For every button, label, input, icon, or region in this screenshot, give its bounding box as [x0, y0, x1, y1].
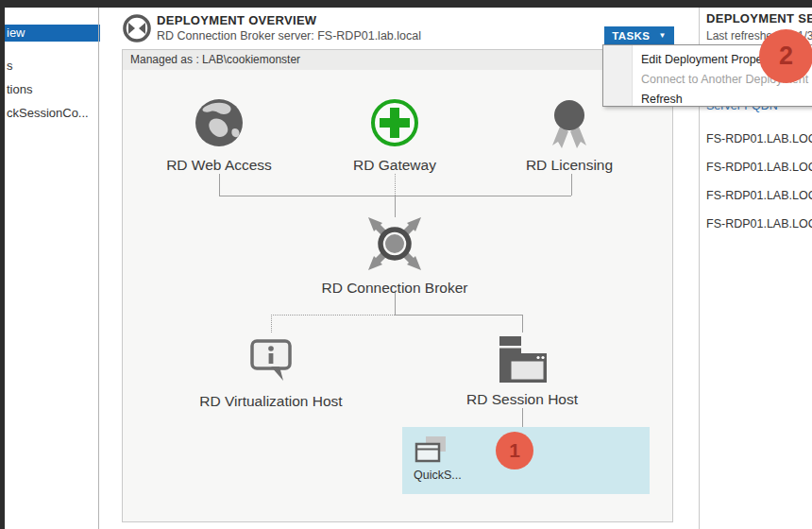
annotation-number: 2 [779, 42, 793, 71]
server-row[interactable]: FS-RDP01.LAB.LOCAL [706, 189, 812, 202]
windows-collection-icon [414, 435, 451, 469]
server-manager-window: iew s tions ckSessionCo... DEPLOYMENT OV… [0, 0, 812, 529]
sidebar-item-overview[interactable]: iew [5, 25, 100, 42]
annotation-number: 1 [509, 439, 520, 462]
managed-as-bar: Managed as : LAB\cookiemonster [123, 50, 672, 70]
sidebar-item-servers[interactable]: s [5, 58, 100, 75]
sidebar-item-label: iew [7, 26, 25, 40]
node-rd-connection-broker[interactable]: RD Connection Broker [310, 215, 480, 297]
connector-line [395, 196, 396, 217]
node-rd-web-access[interactable]: RD Web Access [144, 96, 295, 174]
menu-icon-gutter [603, 45, 633, 106]
node-label: RD Gateway [319, 157, 470, 174]
page-subtitle: RD Connection Broker server: FS-RDP01.la… [157, 29, 421, 43]
collection-label: QuickS... [414, 469, 462, 482]
globe-icon [193, 96, 245, 149]
annotation-step-2: 2 [759, 29, 812, 83]
node-label: RD Session Host [447, 391, 598, 408]
sidebar-item-label: s [7, 59, 13, 73]
node-label: RD Licensing [494, 157, 645, 174]
page-title: DEPLOYMENT OVERVIEW [157, 13, 316, 27]
node-rd-gateway[interactable]: RD Gateway [319, 96, 470, 174]
server-row[interactable]: FS-RDP01.LAB.LOCAL [706, 217, 812, 230]
deployment-servers-title: DEPLOYMENT SERVERS [706, 11, 812, 26]
sidebar-item-label: ckSessionCo... [7, 106, 89, 120]
server-row[interactable]: FS-RDP01.LAB.LOCAL [706, 132, 812, 145]
server-row[interactable]: FS-RDP01.LAB.LOCAL [706, 161, 812, 174]
annotation-step-1: 1 [496, 432, 533, 469]
node-label: RD Web Access [144, 157, 295, 174]
info-bubble-icon [245, 333, 297, 385]
window-top-bar [0, 0, 812, 8]
chevron-down-icon: ▼ [658, 31, 666, 40]
connector-line [522, 408, 523, 427]
node-rd-virtualization-host[interactable]: RD Virtualization Host [186, 333, 356, 410]
session-host-icon [496, 331, 549, 384]
menu-item-refresh[interactable]: Refresh [633, 90, 812, 110]
node-label: RD Connection Broker [310, 280, 480, 297]
connector-line [395, 315, 522, 316]
sidebar: iew s tions ckSessionCo... [5, 8, 98, 529]
connection-broker-icon [366, 215, 423, 272]
connector-line [271, 315, 272, 333]
sidebar-divider [98, 8, 99, 529]
sidebar-item-collections[interactable]: tions [5, 81, 100, 98]
node-rd-licensing[interactable]: RD Licensing [494, 96, 645, 174]
tasks-button[interactable]: TASKS ▼ [604, 26, 674, 44]
deployment-overview-icon [121, 12, 153, 48]
add-gateway-icon [368, 96, 421, 149]
node-rd-session-host[interactable]: RD Session Host [447, 331, 598, 408]
ribbon-award-icon [543, 96, 596, 149]
sidebar-item-label: tions [7, 82, 32, 96]
connector-line [571, 174, 572, 196]
tasks-button-label: TASKS [612, 30, 650, 42]
sidebar-item-quicksessioncollection[interactable]: ckSessionCo... [5, 105, 100, 122]
connector-line [395, 174, 396, 196]
node-label: RD Virtualization Host [186, 393, 356, 410]
connector-line [271, 315, 395, 316]
connector-line [219, 174, 220, 196]
